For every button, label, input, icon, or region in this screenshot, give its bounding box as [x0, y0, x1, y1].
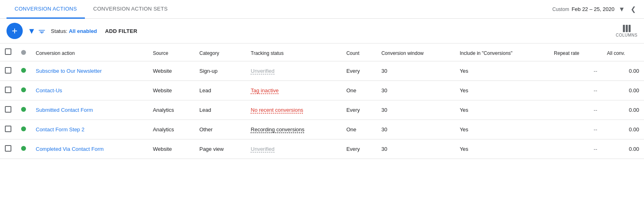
- row-conversion-action-cell: Subscribe to Our Newsletter: [31, 61, 148, 81]
- header-status-dot: [21, 50, 26, 55]
- row-source-cell: Website: [148, 81, 194, 100]
- row-repeat-rate-cell: --: [549, 100, 602, 120]
- header-status-col: [16, 43, 31, 61]
- row-count-cell: Every: [341, 100, 376, 120]
- row-checkbox-0[interactable]: [5, 67, 11, 74]
- row-category-cell: Lead: [194, 81, 246, 100]
- row-all-conv-cell: 0.00: [602, 139, 644, 159]
- status-dot-4: [21, 146, 26, 151]
- row-all-conv-cell: 0.00: [602, 120, 644, 139]
- table-row: Contact-Us Website Lead Tag inactive One…: [0, 81, 644, 100]
- row-status-cell: [16, 81, 31, 100]
- row-conversion-window-cell: 30: [376, 120, 455, 139]
- filter-icon[interactable]: ▼: [28, 26, 46, 36]
- row-repeat-rate-cell: --: [549, 139, 602, 159]
- row-include-in-conversions-cell: Yes: [455, 139, 549, 159]
- row-all-conv-cell: 0.00: [602, 100, 644, 120]
- row-tracking-status-cell: Tag inactive: [246, 81, 341, 100]
- row-conversion-action-cell: Completed Via Contact Form: [31, 139, 148, 159]
- row-conversion-action-cell: Contact-Us: [31, 81, 148, 100]
- header-checkbox-col: [0, 43, 16, 61]
- add-conversion-action-button[interactable]: +: [6, 23, 23, 39]
- status-dot-2: [21, 107, 26, 112]
- status-label: Status: All enabled: [51, 28, 97, 34]
- tab-conversion-actions[interactable]: CONVERSION ACTIONS: [6, 0, 85, 19]
- row-checkbox-cell: [0, 61, 16, 81]
- header-tracking-status: Tracking status: [246, 43, 341, 61]
- row-status-cell: [16, 120, 31, 139]
- row-conversion-window-cell: 30: [376, 81, 455, 100]
- row-include-in-conversions-cell: Yes: [455, 61, 549, 81]
- row-source-cell: Website: [148, 61, 194, 81]
- row-repeat-rate-cell: --: [549, 61, 602, 81]
- row-conversion-action-cell: Submitted Contact Form: [31, 100, 148, 120]
- row-checkbox-2[interactable]: [5, 106, 11, 113]
- tracking-status-value-4: Unverified: [251, 146, 275, 152]
- status-dot-1: [21, 87, 26, 92]
- row-checkbox-cell: [0, 120, 16, 139]
- row-repeat-rate-cell: --: [549, 81, 602, 100]
- row-conversion-window-cell: 30: [376, 139, 455, 159]
- row-checkbox-cell: [0, 139, 16, 159]
- status-dot-3: [21, 126, 26, 131]
- tabs-bar: CONVERSION ACTIONS CONVERSION ACTION SET…: [0, 0, 644, 19]
- header-count: Count: [341, 43, 376, 61]
- header-repeat-rate: Repeat rate: [549, 43, 602, 61]
- row-checkbox-cell: [0, 100, 16, 120]
- conversion-action-link-4[interactable]: Completed Via Contact Form: [36, 146, 143, 152]
- header-category: Category: [194, 43, 246, 61]
- plus-icon: +: [12, 25, 17, 37]
- header-include-in-conversions: Include in "Conversions": [455, 43, 549, 61]
- row-count-cell: Every: [341, 61, 376, 81]
- row-count-cell: Every: [341, 139, 376, 159]
- columns-icon: [623, 25, 631, 32]
- row-include-in-conversions-cell: Yes: [455, 100, 549, 120]
- date-range-label: Custom: [552, 7, 569, 12]
- row-count-cell: One: [341, 120, 376, 139]
- row-checkbox-1[interactable]: [5, 87, 11, 93]
- tab-conversion-action-sets[interactable]: CONVERSION ACTION SETS: [85, 0, 176, 19]
- row-category-cell: Other: [194, 120, 246, 139]
- tracking-status-value-2: No recent conversions: [251, 107, 303, 113]
- row-conversion-window-cell: 30: [376, 100, 455, 120]
- select-all-checkbox[interactable]: [5, 48, 11, 55]
- row-include-in-conversions-cell: Yes: [455, 120, 549, 139]
- row-tracking-status-cell: Unverified: [246, 139, 341, 159]
- header-all-conv: All conv.: [602, 43, 644, 61]
- header-conversion-window: Conversion window: [376, 43, 455, 61]
- row-status-cell: [16, 100, 31, 120]
- conversion-action-link-2[interactable]: Submitted Contact Form: [36, 107, 143, 113]
- row-category-cell: Page view: [194, 139, 246, 159]
- row-status-cell: [16, 139, 31, 159]
- row-checkbox-3[interactable]: [5, 126, 11, 132]
- tracking-status-value-0: Unverified: [251, 68, 275, 74]
- row-all-conv-cell: 0.00: [602, 61, 644, 81]
- date-range-dropdown-button[interactable]: ▼: [617, 5, 627, 14]
- row-tracking-status-cell: No recent conversions: [246, 100, 341, 120]
- add-filter-button[interactable]: ADD FILTER: [102, 26, 140, 36]
- columns-button[interactable]: COLUMNS: [616, 25, 638, 37]
- date-range-selector[interactable]: Custom Feb 22 – 25, 2020 ▼ ❮: [552, 4, 638, 14]
- header-conversion-action: Conversion action: [31, 43, 148, 61]
- table-row: Completed Via Contact Form Website Page …: [0, 139, 644, 159]
- row-category-cell: Sign-up: [194, 61, 246, 81]
- table-row: Submitted Contact Form Analytics Lead No…: [0, 100, 644, 120]
- conversion-action-link-3[interactable]: Contact Form Step 2: [36, 126, 143, 133]
- status-dot-0: [21, 68, 26, 73]
- date-range-collapse-button[interactable]: ❮: [629, 4, 638, 14]
- header-source: Source: [148, 43, 194, 61]
- conversion-action-link-1[interactable]: Contact-Us: [36, 87, 143, 94]
- tracking-status-value-3: Recording conversions: [251, 126, 305, 133]
- toolbar: + ▼ Status: All enabled ADD FILTER COLUM…: [0, 19, 644, 43]
- table-header-row: Conversion action Source Category Tracki…: [0, 43, 644, 61]
- conversion-action-link-0[interactable]: Subscribe to Our Newsletter: [36, 68, 143, 74]
- row-count-cell: One: [341, 81, 376, 100]
- row-include-in-conversions-cell: Yes: [455, 81, 549, 100]
- row-category-cell: Lead: [194, 100, 246, 120]
- table-row: Contact Form Step 2 Analytics Other Reco…: [0, 120, 644, 139]
- row-checkbox-4[interactable]: [5, 145, 11, 152]
- row-repeat-rate-cell: --: [549, 120, 602, 139]
- row-tracking-status-cell: Unverified: [246, 61, 341, 81]
- row-conversion-window-cell: 30: [376, 61, 455, 81]
- row-checkbox-cell: [0, 81, 16, 100]
